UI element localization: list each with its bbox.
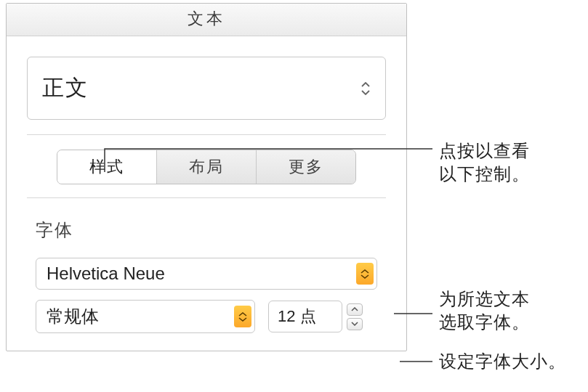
- font-weight-value: 常规体: [47, 305, 99, 328]
- dropdown-stepper-icon: [356, 263, 374, 285]
- callout-size: 设定字体大小。: [439, 350, 566, 373]
- font-section-label: 字体: [36, 219, 406, 242]
- dropdown-stepper-icon: [234, 306, 251, 327]
- font-size-decrease[interactable]: [347, 318, 363, 330]
- tab-style[interactable]: 样式: [57, 150, 157, 184]
- font-family-value: Helvetica Neue: [47, 264, 165, 284]
- font-weight-dropdown[interactable]: 常规体: [36, 300, 255, 333]
- chevron-updown-icon: [361, 82, 371, 95]
- panel-title: 文本: [7, 4, 406, 36]
- paragraph-style-dropdown[interactable]: 正文: [27, 57, 386, 120]
- font-size-increase[interactable]: [347, 303, 363, 316]
- tab-bar: 样式 布局 更多: [7, 135, 406, 197]
- text-inspector-panel: 文本 正文 样式 布局 更多 字体 Helvetica Neue 常规体: [6, 3, 407, 351]
- divider: [27, 197, 386, 198]
- callout-font: 为所选文本 选取字体。: [439, 287, 530, 335]
- font-size-input[interactable]: 12 点: [268, 301, 342, 332]
- callout-tabs: 点按以查看 以下控制。: [439, 139, 530, 187]
- font-family-dropdown[interactable]: Helvetica Neue: [36, 258, 377, 290]
- paragraph-style-label: 正文: [42, 73, 89, 103]
- tab-more[interactable]: 更多: [257, 150, 355, 184]
- font-size-stepper: [347, 303, 363, 330]
- font-size-field: 12 点: [268, 301, 363, 332]
- tab-layout[interactable]: 布局: [157, 150, 257, 184]
